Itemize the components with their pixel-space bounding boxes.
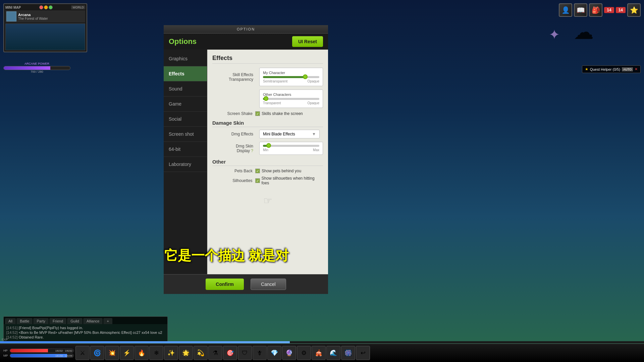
exp-label: EXP bbox=[2, 338, 8, 341]
mp-bar-row: MP 18158 · 18158 bbox=[3, 354, 74, 358]
chat-tab-all[interactable]: All bbox=[5, 318, 16, 324]
minimap-world-btn[interactable]: WORLD bbox=[71, 5, 85, 9]
skill-slot-1[interactable]: 🌀 bbox=[90, 346, 104, 360]
dmg-effects-row: Dmg Effects Mini Blade Effects ▼ bbox=[212, 130, 323, 138]
sidebar-item-graphics[interactable]: Graphics bbox=[164, 51, 207, 66]
pets-back-row: Pets Back ✓ Show pets behind you bbox=[212, 169, 323, 173]
sidebar-item-game[interactable]: Game bbox=[164, 97, 207, 112]
skill-book-glyph: 📖 bbox=[577, 6, 585, 14]
dmg-skin-max-label: Max bbox=[313, 148, 319, 152]
dmg-skin-slider-track bbox=[263, 145, 319, 147]
hp-label: HP bbox=[3, 349, 8, 352]
dmg-skin-display-label: Dmg SkinDisplay ? bbox=[212, 144, 256, 153]
skill-slot-12[interactable]: 🗡 bbox=[253, 346, 267, 360]
dmg-skin-slider-thumb[interactable] bbox=[266, 143, 271, 148]
dmg-effects-dropdown[interactable]: Mini Blade Effects ▼ bbox=[259, 130, 320, 138]
minimap-location-subname: The Forest of Water bbox=[18, 17, 48, 20]
skill-slot-0[interactable]: ⚔ bbox=[75, 346, 90, 360]
silhouettes-row: Silhouettes ✓ Show silhouettes when hitt… bbox=[212, 176, 323, 185]
star-icon[interactable]: ⭐ bbox=[627, 3, 641, 17]
my-character-slider-thumb[interactable] bbox=[303, 74, 308, 79]
silhouettes-text: Show silhouettes when hitting foes bbox=[262, 176, 323, 185]
confirm-button[interactable]: Confirm bbox=[206, 279, 244, 290]
chat-tabs: All Battle Party Friend Guild Alliance + bbox=[4, 317, 167, 324]
mp-label: MP bbox=[3, 354, 8, 357]
skill-slot-10[interactable]: 🎯 bbox=[223, 346, 237, 360]
other-transparent-label: Transparent bbox=[263, 101, 281, 105]
ui-reset-button[interactable]: UI Reset bbox=[292, 36, 323, 47]
skill-slot-11[interactable]: 🛡 bbox=[238, 346, 252, 360]
sidebar-item-effects[interactable]: Effects bbox=[164, 66, 207, 81]
skill-slot-17[interactable]: 🌊 bbox=[326, 346, 340, 360]
sidebar-item-laboratory[interactable]: Laboratory bbox=[164, 157, 207, 172]
sidebar-item-social[interactable]: Social bbox=[164, 112, 207, 127]
skill-slot-6[interactable]: ✨ bbox=[164, 346, 178, 360]
chat-tab-friend[interactable]: Friend bbox=[49, 318, 66, 324]
skill-slot-7[interactable]: 🌟 bbox=[179, 346, 193, 360]
chat-tab-add[interactable]: + bbox=[103, 318, 112, 324]
hp-value: 19232 · 19232 bbox=[55, 349, 72, 352]
dialog-titlebar: OPTION bbox=[164, 25, 328, 34]
minimap-location-name: Arcana bbox=[18, 13, 48, 17]
skill-book-icon[interactable]: 📖 bbox=[574, 3, 587, 17]
sidebar-item-sound[interactable]: Sound bbox=[164, 81, 207, 97]
minimap-min-btn[interactable] bbox=[44, 5, 48, 9]
character-icon[interactable]: 👤 bbox=[559, 3, 572, 17]
cursor-area: ☞ bbox=[212, 188, 323, 213]
hp-mp-bars: HP 19232 · 19232 MP 18158 · 18158 bbox=[2, 349, 75, 358]
hp-fill bbox=[10, 349, 48, 352]
chat-tab-alliance[interactable]: Alliance bbox=[83, 318, 103, 324]
chat-message-0: [14:51] [Friend] BowPipi(PipiFly) has lo… bbox=[6, 326, 165, 330]
item-icon[interactable]: 🎒 bbox=[589, 3, 602, 17]
level-badge-2: 14 bbox=[616, 7, 626, 13]
screen-shake-checkbox[interactable]: ✓ bbox=[255, 111, 260, 116]
other-characters-slider-thumb[interactable] bbox=[264, 96, 268, 101]
skill-slot-18[interactable]: 🎆 bbox=[341, 346, 355, 360]
skill-slot-13[interactable]: 💎 bbox=[267, 346, 281, 360]
minimap-title: MINI MAP bbox=[5, 6, 21, 9]
dialog-footer: Confirm Cancel bbox=[164, 274, 328, 294]
my-character-slider-container: My Character Semitransparent Opaque bbox=[259, 68, 323, 86]
quest-helper: ★ Quest Helper (0/5) AUTO ✕ bbox=[582, 65, 641, 73]
skill-slot-4[interactable]: 🔥 bbox=[135, 346, 149, 360]
skill-slot-3[interactable]: ⚡ bbox=[120, 346, 134, 360]
mp-value: 18158 · 18158 bbox=[55, 354, 72, 357]
other-characters-slider-container: Other Characters Transparent Opaque bbox=[259, 89, 323, 108]
sidebar-item-screenshot[interactable]: Screen shot bbox=[164, 127, 207, 142]
skill-slot-16[interactable]: 🎪 bbox=[312, 346, 326, 360]
skill-slot-5[interactable]: ❄ bbox=[149, 346, 163, 360]
quest-close-icon[interactable]: ✕ bbox=[635, 67, 638, 71]
screen-shake-text: Skills shake the screen bbox=[262, 111, 303, 116]
chat-text-0: [Friend] BowPipi(PipiFly) has logged in. bbox=[19, 326, 83, 330]
pets-back-checkbox[interactable]: ✓ bbox=[255, 169, 260, 173]
screen-shake-label: Screen Shake bbox=[212, 111, 253, 116]
chat-tab-battle[interactable]: Battle bbox=[16, 318, 33, 324]
quest-auto-btn[interactable]: AUTO bbox=[622, 67, 633, 71]
bottom-hud: HP 19232 · 19232 MP 18158 · 18158 ⚔ bbox=[0, 344, 644, 362]
dmg-effects-value: Mini Blade Effects bbox=[263, 132, 295, 136]
skill-slot-14[interactable]: 🔮 bbox=[282, 346, 296, 360]
screen-shake-row: Screen Shake ✓ Skills shake the screen bbox=[212, 111, 323, 116]
skill-slot-8[interactable]: 💫 bbox=[194, 346, 208, 360]
effects-content: Effects Skill EffectsTransparency My Cha… bbox=[207, 50, 328, 274]
sidebar-item-64bit[interactable]: 64-bit bbox=[164, 142, 207, 157]
exp-bar bbox=[0, 341, 644, 343]
cloud-decoration: ☁ bbox=[574, 20, 594, 44]
minimap-close-btn[interactable] bbox=[39, 5, 43, 9]
silhouettes-checkbox[interactable]: ✓ bbox=[255, 178, 260, 183]
cancel-button[interactable]: Cancel bbox=[251, 279, 286, 290]
my-character-slider-labels: Semitransparent Opaque bbox=[263, 79, 319, 83]
skill-slot-2[interactable]: 💥 bbox=[105, 346, 119, 360]
star-glyph: ⭐ bbox=[630, 6, 638, 14]
cursor-icon: ☞ bbox=[263, 195, 272, 206]
chat-tab-guild[interactable]: Guild bbox=[67, 318, 83, 324]
pets-back-label: Pets Back bbox=[212, 169, 253, 173]
skill-slot-15[interactable]: ⚙ bbox=[297, 346, 311, 360]
dmg-skin-slider-container: Min Max bbox=[259, 142, 323, 155]
chat-tab-party[interactable]: Party bbox=[33, 318, 49, 324]
dialog-header: Options UI Reset bbox=[164, 34, 328, 50]
skill-slot-9[interactable]: ⚗ bbox=[208, 346, 222, 360]
skill-slot-19[interactable]: ↩ bbox=[356, 346, 370, 360]
minimap-max-btn[interactable] bbox=[49, 5, 53, 9]
chat-message-2: [14:52] Obtained Rare. bbox=[6, 335, 165, 339]
